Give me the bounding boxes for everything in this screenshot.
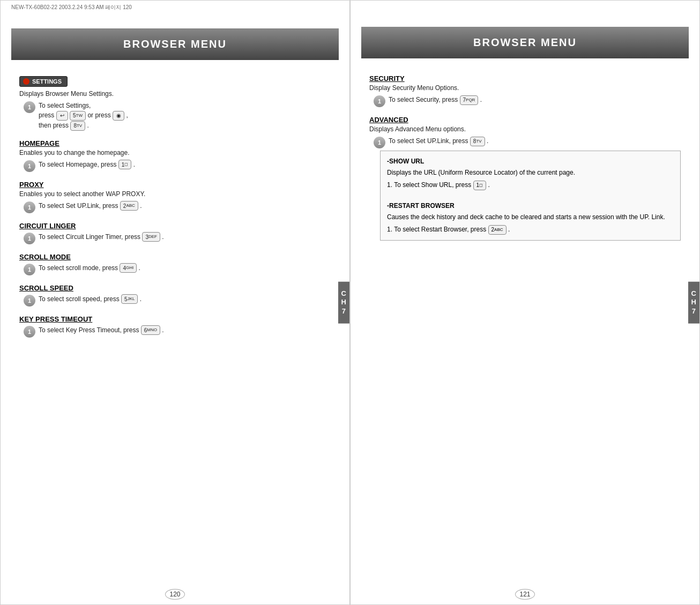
homepage-desc: Enables you to change the homepage.: [19, 149, 331, 156]
restart-browser-desc: Causes the deck history and deck cache t…: [387, 212, 674, 222]
ch-tab-c-left: C: [341, 289, 346, 298]
scroll-speed-step: 1 To select scroll speed, press 5JKL .: [24, 294, 331, 307]
scroll-mode-title: SCROLL MODE: [19, 253, 331, 261]
settings-badge-label: SETTINGS: [32, 78, 62, 85]
key-8: 8TV: [70, 121, 85, 131]
left-header: BROWSER MENU: [11, 28, 339, 60]
proxy-step-circle: 1: [24, 201, 35, 213]
circuit-linger-step: 1 To select Circuit Linger Timer, press …: [24, 232, 331, 244]
right-ch-tab: C H 7: [688, 281, 699, 324]
show-url-desc: Displays the URL (Uniform Resource Locat…: [387, 168, 674, 178]
key-press-timeout-circle: 1: [24, 326, 35, 338]
scroll-speed-text: To select scroll speed, press 5JKL .: [39, 294, 142, 304]
right-page: spacer BROWSER MENU SECURITY Display Sec…: [350, 0, 700, 605]
ch-tab-h-right: H: [691, 298, 696, 307]
right-content: SECURITY Display Security Menu Options. …: [351, 58, 699, 586]
settings-desc: Displays Browser Menu Settings.: [19, 90, 331, 98]
security-title: SECURITY: [369, 74, 681, 83]
restart-browser-sub-step: 1. To select Restart Browser, press 2ABC…: [387, 225, 674, 235]
scroll-speed-title: SCROLL SPEED: [19, 284, 331, 292]
advanced-step-circle: 1: [374, 137, 385, 148]
security-key: 7PQR: [460, 95, 479, 105]
homepage-key: 1◻: [118, 160, 132, 169]
right-header: BROWSER MENU: [361, 27, 689, 58]
security-step-circle: 1: [374, 95, 385, 107]
advanced-key: 8TV: [470, 137, 485, 146]
key-back: ↩: [56, 111, 68, 121]
security-step: 1 To select Security, press 7PQR .: [374, 95, 681, 107]
key-press-timeout-key: 6MNO: [141, 325, 160, 335]
top-meta: NEW-TX-60B02-22 2003.2.24 9:53 AM 페이지 12…: [1, 1, 349, 12]
ch-tab-h-left: H: [341, 298, 346, 307]
scroll-speed-circle: 1: [24, 295, 35, 307]
left-content: SETTINGS Displays Browser Menu Settings.…: [1, 60, 349, 586]
homepage-step: 1 To select Homepage, press 1◻ .: [24, 160, 331, 172]
key-press-timeout-title: KEY PRESS TIMEOUT: [19, 315, 331, 323]
key-menu: ◉: [113, 111, 124, 121]
proxy-title: PROXY: [19, 181, 331, 189]
left-ch-tab: C H 7: [338, 281, 349, 324]
settings-dot: [23, 78, 29, 85]
circuit-linger-text: To select Circuit Linger Timer, press 3D…: [39, 232, 164, 242]
circuit-linger-title: CIRCUIT LINGER: [19, 222, 331, 230]
right-page-number: 121: [351, 586, 699, 604]
advanced-info-box: -SHOW URL Displays the URL (Uniform Reso…: [380, 151, 681, 241]
homepage-step-text: To select Homepage, press 1◻ .: [39, 160, 135, 170]
settings-or: or press: [87, 111, 113, 119]
security-step-text: To select Security, press 7PQR .: [389, 95, 482, 105]
proxy-step-text: To select Set UP.Link, press 2ABC .: [39, 201, 142, 211]
circuit-linger-circle: 1: [24, 233, 35, 244]
scroll-mode-step: 1 To select scroll mode, press 4GHI .: [24, 263, 331, 275]
ch-tab-7-right: 7: [692, 307, 696, 316]
restart-browser-title: -RESTART BROWSER: [387, 201, 674, 211]
show-url-title: -SHOW URL: [387, 156, 674, 167]
settings-step-line1: To select Settings,: [39, 102, 91, 109]
advanced-title: ADVANCED: [369, 116, 681, 124]
scroll-mode-circle: 1: [24, 264, 35, 275]
settings-step-circle: 1: [24, 101, 35, 113]
advanced-step: 1 To select Set UP.Link, press 8TV .: [374, 136, 681, 148]
show-url-sub-step: 1. To select Show URL, press 1◻ .: [387, 180, 674, 190]
advanced-step-text: To select Set UP.Link, press 8TV .: [389, 136, 488, 146]
settings-step-text: To select Settings, press ↩ 5TW or press…: [39, 101, 128, 131]
proxy-step: 1 To select Set UP.Link, press 2ABC .: [24, 201, 331, 213]
settings-period: .: [87, 122, 89, 129]
settings-step-press: press: [39, 111, 56, 119]
circuit-linger-key: 3DEF: [142, 232, 160, 242]
key-press-timeout-text: To select Key Press Timeout, press 6MNO …: [39, 325, 164, 335]
left-page-number: 120: [1, 586, 349, 604]
key-press-timeout-step: 1 To select Key Press Timeout, press 6MN…: [24, 325, 331, 338]
restart-browser-key: 2ABC: [488, 225, 507, 235]
settings-badge: SETTINGS: [19, 76, 68, 87]
ch-tab-c-right: C: [691, 289, 696, 298]
show-url-key: 1◻: [473, 181, 487, 190]
scroll-mode-key: 4GHI: [120, 263, 137, 273]
scroll-speed-key: 5JKL: [121, 294, 138, 304]
proxy-key: 2ABC: [120, 201, 138, 211]
advanced-desc: Displays Advanced Menu options.: [369, 125, 681, 133]
security-desc: Display Security Menu Options.: [369, 84, 681, 92]
settings-step1: 1 To select Settings, press ↩ 5TW or pre…: [24, 101, 331, 131]
homepage-step-circle: 1: [24, 160, 35, 172]
scroll-mode-text: To select scroll mode, press 4GHI .: [39, 263, 140, 273]
left-page: NEW-TX-60B02-22 2003.2.24 9:53 AM 페이지 12…: [0, 0, 350, 605]
homepage-title: HOMEPAGE: [19, 139, 331, 147]
proxy-desc: Enables you to select another WAP PROXY.: [19, 190, 331, 198]
key-5: 5TW: [70, 111, 86, 121]
ch-tab-7-left: 7: [342, 307, 346, 316]
